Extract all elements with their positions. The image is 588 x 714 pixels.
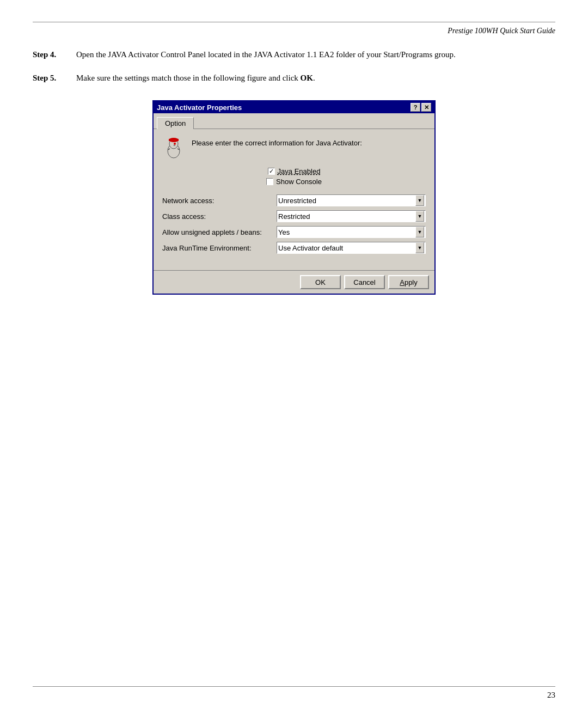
runtime-select[interactable]: Use Activator default ▼ (277, 242, 426, 254)
top-rule (33, 22, 555, 22)
step5-label: Step 5. (33, 72, 76, 84)
info-row: Please enter the correct information for… (162, 137, 426, 160)
network-access-value: Unrestricted (278, 197, 415, 205)
unsigned-arrow[interactable]: ▼ (415, 227, 424, 237)
unsigned-select[interactable]: Yes ▼ (277, 226, 426, 238)
dialog-titlebar: Java Activator Properties ? ✕ (154, 101, 434, 113)
step5-suffix: . (313, 74, 315, 82)
step4-content: Open the JAVA Activator Control Panel lo… (76, 48, 555, 61)
info-text: Please enter the correct information for… (192, 137, 362, 147)
dialog-footer: OK Cancel Apply (154, 270, 434, 294)
step5-bold: OK (301, 74, 313, 82)
titlebar-buttons: ? ✕ (411, 103, 431, 112)
page-header: Prestige 100WH Quick Start Guide (33, 27, 555, 35)
step-5-block: Step 5. Make sure the settings match tho… (33, 72, 555, 84)
step5-text: Make sure the settings match those in th… (76, 74, 301, 82)
field-row-class: Class access: Restricted ▼ (162, 210, 426, 222)
tab-option[interactable]: Option (157, 117, 194, 129)
show-console-label: Show Console (276, 178, 322, 186)
field-label-network: Network access: (162, 197, 277, 205)
field-label-class: Class access: (162, 212, 277, 221)
step-4-block: Step 4. Open the JAVA Activator Control … (33, 48, 555, 61)
ok-button[interactable]: OK (300, 275, 341, 289)
dialog-wrapper: Java Activator Properties ? ✕ Option (33, 100, 555, 295)
show-console-row: Show Console (266, 178, 322, 186)
network-access-select[interactable]: Unrestricted ▼ (277, 194, 426, 206)
svg-point-4 (174, 143, 176, 145)
unsigned-value: Yes (278, 228, 415, 236)
page-number: 23 (547, 691, 555, 700)
fields-section: Network access: Unrestricted ▼ Class acc… (162, 194, 426, 254)
dialog-tabs: Option (154, 113, 434, 129)
network-access-arrow[interactable]: ▼ (415, 195, 424, 206)
runtime-value: Use Activator default (278, 244, 415, 252)
header-title: Prestige 100WH Quick Start Guide (448, 27, 555, 35)
field-label-runtime: Java RunTime Environment: (162, 244, 277, 252)
class-access-value: Restricted (278, 212, 415, 221)
field-row-unsigned: Allow unsigned applets / beans: Yes ▼ (162, 226, 426, 238)
dialog-body: Please enter the correct information for… (154, 129, 434, 270)
svg-rect-3 (169, 139, 179, 141)
help-button[interactable]: ? (411, 103, 420, 112)
java-enabled-label: Java Enabled (278, 167, 321, 175)
class-access-select[interactable]: Restricted ▼ (277, 210, 426, 222)
runtime-arrow[interactable]: ▼ (415, 242, 424, 253)
java-enabled-checkbox[interactable]: ✓ (268, 168, 275, 175)
java-svg-icon (162, 137, 185, 160)
dialog-title: Java Activator Properties (157, 103, 242, 112)
step5-content: Make sure the settings match those in th… (76, 72, 555, 84)
java-icon (162, 137, 185, 160)
show-console-checkbox[interactable] (266, 178, 273, 185)
cancel-button[interactable]: Cancel (344, 275, 385, 289)
bottom-rule (33, 686, 555, 687)
field-row-network: Network access: Unrestricted ▼ (162, 194, 426, 206)
checkbox-group: ✓ Java Enabled Show Console (162, 167, 426, 186)
class-access-arrow[interactable]: ▼ (415, 211, 424, 222)
page-container: Prestige 100WH Quick Start Guide Step 4.… (0, 0, 588, 714)
close-button[interactable]: ✕ (421, 103, 431, 112)
step4-label: Step 4. (33, 48, 76, 61)
field-label-unsigned: Allow unsigned applets / beans: (162, 228, 277, 236)
java-enabled-row: ✓ Java Enabled (268, 167, 321, 175)
field-row-runtime: Java RunTime Environment: Use Activator … (162, 242, 426, 254)
apply-button[interactable]: Apply (388, 275, 429, 289)
java-activator-dialog: Java Activator Properties ? ✕ Option (152, 100, 436, 295)
